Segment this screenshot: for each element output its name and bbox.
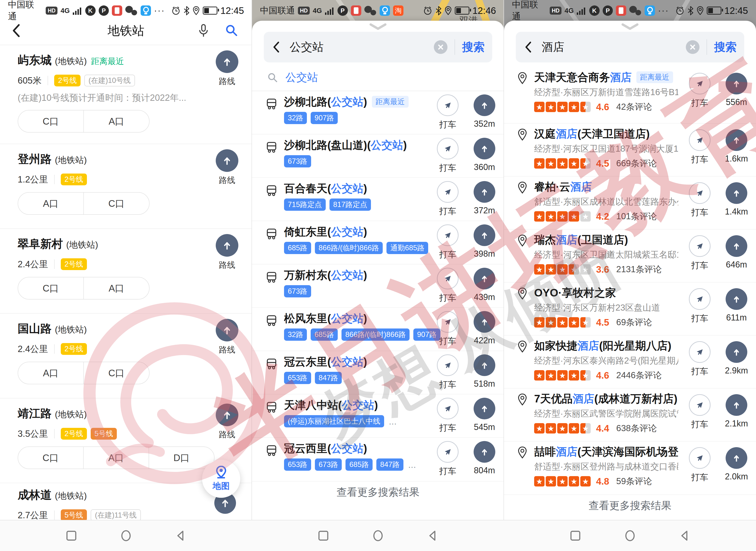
list-item[interactable]: 睿柏·云酒店 舒适型·东丽区成林道以北雪莲路东办公... ★★★★★4.2101…: [504, 176, 756, 229]
route-button[interactable]: 804m: [471, 441, 498, 477]
list-item[interactable]: 屿东城(地铁站)距离最近 605米 2号线 (在建)10号线 (在建)10号线预…: [0, 45, 252, 144]
more-results-button[interactable]: 查看更多搜索结果: [504, 495, 756, 516]
route-button[interactable]: 1.4km: [723, 182, 750, 218]
route-button[interactable]: 360m: [471, 138, 498, 174]
taxi-button[interactable]: 打车: [434, 441, 461, 477]
list-item[interactable]: 天津天意合商务酒店距离最近 经济型·东丽区万新街道雪莲路16号B1栋 ★★★★★…: [504, 67, 756, 124]
route-button[interactable]: 398m: [471, 224, 498, 260]
list-item[interactable]: 国山路(地铁站) 2.4公里2号线 A口 C口 路线: [0, 314, 252, 399]
nav-back-icon[interactable]: [174, 529, 187, 542]
list-item[interactable]: 百合春天(公交站) 715路定点817路定点 打车 372m: [252, 178, 504, 221]
taxi-button[interactable]: 打车: [434, 355, 461, 391]
station-title: 国山路(地铁站): [18, 322, 238, 337]
exit-button[interactable]: A口: [18, 362, 83, 384]
route-button[interactable]: 路线: [212, 50, 243, 87]
exit-button[interactable]: A口: [18, 192, 83, 214]
list-item[interactable]: 7天优品酒店(成林道万新村店) 经济型·东丽区武警医学院附属医院试管... ★★…: [504, 389, 756, 442]
list-item[interactable]: 冠云东里(公交站) 653路847路 打车 518m: [252, 351, 504, 395]
nav-back-icon[interactable]: [426, 529, 439, 542]
list-item[interactable]: 瑞杰酒店(卫国道店) 经济型·河东区卫国道太阳城紫玉名邸1-01 ★★★★★3.…: [504, 229, 756, 283]
nav-circle-icon[interactable]: [371, 529, 385, 542]
taxi-button[interactable]: 打车: [686, 182, 713, 218]
nav-square-icon[interactable]: [317, 529, 330, 542]
route-button[interactable]: 372m: [471, 181, 498, 217]
list-item[interactable]: 喆啡酒店(天津滨海国际机场登州... 舒适型·东丽区登州路与成林道交口香邑...…: [504, 442, 756, 495]
taxi-button[interactable]: 打车: [686, 341, 713, 377]
exit-button[interactable]: C口: [18, 447, 83, 469]
route-button[interactable]: 545m: [471, 398, 498, 434]
list-item[interactable]: 沙柳北路(盘山道)(公交站) 673路 打车 360m: [252, 134, 504, 178]
exit-button[interactable]: A口: [83, 278, 149, 299]
route-button[interactable]: 439m: [471, 268, 498, 304]
route-button[interactable]: 2.1km: [723, 394, 750, 430]
route-button[interactable]: 2.0km: [723, 447, 750, 483]
search-input[interactable]: 公交站: [290, 40, 434, 55]
list-item[interactable]: 松风东里(公交站) 32路685路866路/(临时)866路907路... 打车…: [252, 308, 504, 351]
clear-icon[interactable]: [434, 40, 447, 54]
more-results-button[interactable]: 查看更多搜索结果: [252, 481, 504, 503]
route-button[interactable]: 1.6km: [723, 129, 750, 165]
taxi-button[interactable]: 打车: [434, 181, 461, 217]
route-button[interactable]: 2.9km: [723, 341, 750, 377]
search-button[interactable]: 搜索: [714, 40, 737, 55]
taxi-button[interactable]: 打车: [686, 288, 713, 324]
suggestion-row[interactable]: 公交站: [252, 68, 504, 87]
mic-icon[interactable]: [197, 24, 210, 38]
taxi-button[interactable]: 打车: [434, 138, 461, 174]
taxi-button[interactable]: 打车: [434, 398, 461, 434]
route-button[interactable]: 路线: [212, 319, 243, 355]
search-icon[interactable]: [225, 24, 238, 37]
taxi-button[interactable]: 打车: [686, 73, 713, 109]
taxi-button[interactable]: 打车: [686, 129, 713, 165]
chevron-down-icon[interactable]: [367, 23, 389, 31]
taxi-button[interactable]: 打车: [686, 235, 713, 271]
chevron-down-icon[interactable]: [620, 23, 641, 31]
exit-button[interactable]: C口: [83, 192, 149, 214]
list-item[interactable]: 沙柳北路(公交站)距离最近 32路907路 打车 352m: [252, 91, 504, 134]
route-button[interactable]: 556m: [723, 73, 750, 109]
exit-button[interactable]: C口: [18, 278, 83, 299]
list-item[interactable]: 倚虹东里(公交站) 685路866路/(临时)866路通勤685路 打车 398…: [252, 221, 504, 264]
route-button[interactable]: 路线: [212, 404, 243, 440]
nav-square-icon[interactable]: [569, 529, 582, 542]
route-button[interactable]: 422m: [471, 311, 498, 347]
list-item[interactable]: 翠阜新村(地铁站) 2.4公里2号线 C口 A口 路线: [0, 229, 252, 314]
taxi-button[interactable]: 打车: [434, 268, 461, 304]
exit-button[interactable]: D口: [148, 447, 214, 469]
exit-button[interactable]: A口: [83, 447, 148, 469]
route-button[interactable]: 352m: [471, 94, 498, 130]
taxi-button[interactable]: 打车: [434, 224, 461, 260]
exit-button[interactable]: A口: [83, 110, 149, 132]
taxi-button[interactable]: 打车: [686, 394, 713, 430]
list-item[interactable]: 如家快捷酒店(阳光星期八店) 经济型·河东区泰兴南路2号(阳光星期八... ★★…: [504, 336, 756, 389]
taxi-button[interactable]: 打车: [686, 447, 713, 483]
route-button[interactable]: 518m: [471, 355, 498, 391]
back-icon[interactable]: [271, 40, 282, 54]
search-input[interactable]: 酒店: [542, 40, 686, 55]
nav-circle-icon[interactable]: [624, 529, 637, 542]
list-item[interactable]: 天津八中站(公交站) (停运)东丽湖社区巴士八中线... 打车 545m: [252, 395, 504, 438]
list-item[interactable]: 汉庭酒店(天津卫国道店) 经济型·河东区卫国道187号源润大厦1-3层 ★★★★…: [504, 124, 756, 176]
search-button[interactable]: 搜索: [462, 40, 485, 55]
nav-square-icon[interactable]: [65, 529, 78, 542]
search-bar[interactable]: 酒店 搜索: [516, 32, 744, 62]
exit-button[interactable]: C口: [18, 110, 83, 132]
list-item[interactable]: 登州路(地铁站) 1.2公里2号线 A口 C口 路线: [0, 144, 252, 229]
list-item[interactable]: 冠云西里(公交站) 653路673路685路847路... 打车 804m: [252, 438, 504, 481]
exit-button[interactable]: C口: [83, 362, 149, 384]
taxi-button[interactable]: 打车: [434, 311, 461, 347]
route-button[interactable]: 646m: [723, 235, 750, 271]
nav-back-icon[interactable]: [678, 529, 691, 542]
list-item[interactable]: 万新村东(公交站) 673路 打车 439m: [252, 264, 504, 308]
route-button[interactable]: 路线: [212, 234, 243, 270]
clear-icon[interactable]: [686, 40, 700, 54]
list-item[interactable]: OYO·享牧村之家 经济型·河东区万新村23区盘山道 ★★★★★4.569条评论…: [504, 283, 756, 336]
route-button[interactable]: 路线: [212, 149, 243, 186]
route-button[interactable]: 611m: [723, 288, 750, 324]
search-bar[interactable]: 公交站 搜索: [264, 32, 492, 62]
show-map-button[interactable]: 地图: [202, 460, 240, 498]
taxi-button[interactable]: 打车: [434, 94, 461, 130]
status-bar: 中国联通 HD 4G K P ··· 12:45: [504, 0, 756, 21]
back-icon[interactable]: [523, 40, 534, 54]
nav-circle-icon[interactable]: [119, 529, 132, 542]
